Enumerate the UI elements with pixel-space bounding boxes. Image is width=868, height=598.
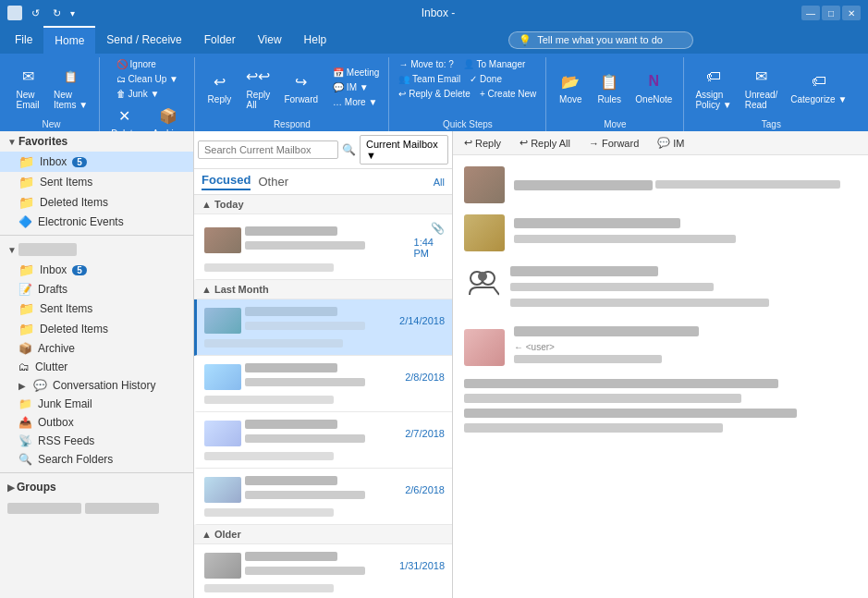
ignore-button[interactable]: 🚫 Ignore bbox=[113, 57, 160, 71]
ribbon-group-tags: 🏷 AssignPolicy ▼ ✉ Unread/Read 🏷 Categor… bbox=[684, 57, 858, 131]
email-item-e1[interactable]: 📎 1:44 PM bbox=[194, 214, 452, 280]
email-time-e5: 2/6/2018 bbox=[405, 484, 445, 495]
reply-delete-button[interactable]: ↩ Reply & Delete bbox=[395, 87, 473, 101]
sidebar-item-deleted2[interactable]: 📁 Deleted Items bbox=[0, 319, 193, 339]
sent2-label: Sent Items bbox=[40, 302, 92, 315]
preview-body-text bbox=[464, 379, 857, 436]
close-button[interactable]: ✕ bbox=[842, 6, 861, 20]
email-item-e6[interactable]: 1/31/2018 bbox=[194, 544, 452, 598]
meeting-button[interactable]: 📅 Meeting bbox=[329, 66, 383, 79]
redo-button[interactable]: ↻ bbox=[49, 6, 65, 21]
sidebar-item-outbox[interactable]: 📤 Outbox bbox=[0, 413, 193, 432]
preview-avatar3 bbox=[464, 329, 505, 366]
tab-folder[interactable]: Folder bbox=[193, 26, 247, 54]
rules-button[interactable]: 📋 Rules bbox=[591, 67, 628, 108]
preview-avatar2 bbox=[464, 214, 505, 251]
today-section-header[interactable]: ▲ Today bbox=[194, 195, 452, 214]
junk-folder-icon: 📁 bbox=[18, 397, 32, 410]
new-email-icon: ✉ bbox=[17, 66, 39, 88]
sidebar-item-rss[interactable]: 📡 RSS Feeds bbox=[0, 432, 193, 450]
last-month-section-header[interactable]: ▲ Last Month bbox=[194, 280, 452, 299]
move-btn[interactable]: 📂 Move bbox=[552, 67, 589, 108]
rss-icon: 📡 bbox=[18, 434, 32, 447]
preview-forward-button[interactable]: → Forward bbox=[585, 136, 642, 151]
more-button[interactable]: … More ▼ bbox=[329, 95, 383, 109]
inbox2-label: Inbox bbox=[40, 263, 67, 276]
favorites-section[interactable]: ▼ Favorites bbox=[0, 131, 193, 152]
preview-label-text: ← <user> bbox=[514, 342, 857, 352]
email-item-e5[interactable]: 2/6/2018 bbox=[194, 469, 452, 525]
deleted2-folder-icon: 📁 bbox=[18, 322, 34, 336]
groups-section[interactable]: ▶ Groups bbox=[0, 477, 193, 497]
window-title: Inbox - bbox=[75, 6, 801, 19]
search-input[interactable] bbox=[198, 140, 338, 159]
preview-reply-label: Reply bbox=[475, 138, 501, 149]
favorites-label: Favorites bbox=[18, 135, 67, 148]
ribbon-tabs: File Home Send / Receive Folder View Hel… bbox=[0, 26, 868, 54]
archive-folder-icon: 📦 bbox=[18, 342, 32, 355]
move-to-button[interactable]: → Move to: ? bbox=[395, 57, 457, 71]
to-manager-button[interactable]: 👤 To Manager bbox=[459, 57, 529, 71]
onenote-button[interactable]: N OneNote bbox=[630, 67, 678, 108]
sidebar-item-junk[interactable]: 📁 Junk Email bbox=[0, 395, 193, 413]
sidebar-item-sent2[interactable]: 📁 Sent Items bbox=[0, 299, 193, 319]
cleanup-button[interactable]: 🗂 Clean Up ▼ bbox=[113, 72, 182, 86]
email-time-e6: 1/31/2018 bbox=[399, 560, 445, 571]
reply-button[interactable]: ↩ Reply bbox=[201, 67, 238, 108]
tab-file[interactable]: File bbox=[4, 26, 43, 54]
done-button[interactable]: ✓ Done bbox=[466, 72, 506, 86]
preview-reply-icon: ↩ bbox=[464, 137, 472, 149]
new-items-button[interactable]: 📋 NewItems ▼ bbox=[48, 62, 93, 114]
sidebar-item-archive[interactable]: 📦 Archive bbox=[0, 339, 193, 358]
minimize-button[interactable]: — bbox=[801, 6, 820, 20]
preview-reply-all-button[interactable]: ↩ Reply All bbox=[516, 135, 574, 151]
account-section[interactable]: ▼ bbox=[0, 239, 193, 260]
maximize-button[interactable]: □ bbox=[822, 6, 840, 20]
email-time-e3: 2/8/2018 bbox=[405, 372, 445, 383]
preview-reply-button[interactable]: ↩ Reply bbox=[460, 135, 505, 151]
reply-all-button[interactable]: ↩↩ ReplyAll bbox=[239, 62, 276, 114]
preview-meeting-row bbox=[464, 266, 857, 311]
tab-home[interactable]: Home bbox=[43, 26, 95, 54]
sidebar-item-inbox[interactable]: 📁 Inbox 5 bbox=[0, 152, 193, 172]
tab-help[interactable]: Help bbox=[293, 26, 338, 54]
sidebar-item-search-folders[interactable]: 🔍 Search Folders bbox=[0, 450, 193, 469]
delete-icon: ✕ bbox=[114, 104, 136, 127]
sidebar-item-inbox2[interactable]: 📁 Inbox 5 bbox=[0, 260, 193, 280]
preview-im-label: IM bbox=[673, 138, 684, 149]
mailbox-dropdown[interactable]: Current Mailbox ▼ bbox=[360, 135, 448, 165]
tab-view[interactable]: View bbox=[247, 26, 293, 54]
avatar-e4 bbox=[204, 421, 241, 446]
email-item-e2[interactable]: 2/14/2018 bbox=[194, 299, 452, 356]
forward-button[interactable]: ↪ Forward bbox=[278, 67, 324, 108]
undo-button[interactable]: ↺ bbox=[28, 6, 43, 21]
all-link[interactable]: All bbox=[434, 177, 445, 188]
sidebar-item-drafts[interactable]: 📝 Drafts bbox=[0, 280, 193, 299]
categorize-button[interactable]: 🏷 Categorize ▼ bbox=[785, 67, 852, 108]
groups-expand-icon: ▶ bbox=[7, 482, 15, 493]
other-tab[interactable]: Other bbox=[258, 175, 288, 189]
sidebar-item-deleted[interactable]: 📁 Deleted Items bbox=[0, 192, 193, 213]
create-new-button[interactable]: + Create New bbox=[476, 87, 540, 101]
im-button[interactable]: 💬 IM ▼ bbox=[329, 80, 383, 94]
sidebar-item-clutter[interactable]: 🗂 Clutter bbox=[0, 358, 193, 376]
email-item-e4[interactable]: 2/7/2018 bbox=[194, 412, 452, 469]
preview-im-button[interactable]: 💬 IM bbox=[654, 135, 688, 151]
tab-send-receive[interactable]: Send / Receive bbox=[95, 26, 192, 54]
assign-policy-button[interactable]: 🏷 AssignPolicy ▼ bbox=[690, 62, 737, 114]
focused-tab[interactable]: Focused bbox=[202, 173, 251, 190]
older-section-header[interactable]: ▲ Older bbox=[194, 525, 452, 544]
new-email-button[interactable]: ✉ NewEmail bbox=[9, 62, 46, 114]
team-email-button[interactable]: 👥 Team Email bbox=[395, 72, 464, 86]
unread-read-button[interactable]: ✉ Unread/Read bbox=[740, 62, 784, 114]
conv-expand-icon: ▶ bbox=[18, 381, 26, 391]
junk-button[interactable]: 🗑 Junk ▼ bbox=[113, 87, 164, 101]
email-item-e3[interactable]: 2/8/2018 bbox=[194, 356, 452, 412]
last-month-label: ▲ Last Month bbox=[202, 284, 269, 295]
sidebar-item-conversation-history[interactable]: ▶ 💬 Conversation History bbox=[0, 376, 193, 395]
search-folders-icon: 🔍 bbox=[18, 453, 32, 466]
junk-label: Junk Email bbox=[38, 397, 92, 410]
sidebar-item-sent[interactable]: 📁 Sent Items bbox=[0, 172, 193, 192]
sidebar-item-electronic-events[interactable]: 🔷 Electronic Events bbox=[0, 213, 193, 231]
tell-me-input[interactable]: 💡 Tell me what you want to do bbox=[508, 31, 693, 49]
